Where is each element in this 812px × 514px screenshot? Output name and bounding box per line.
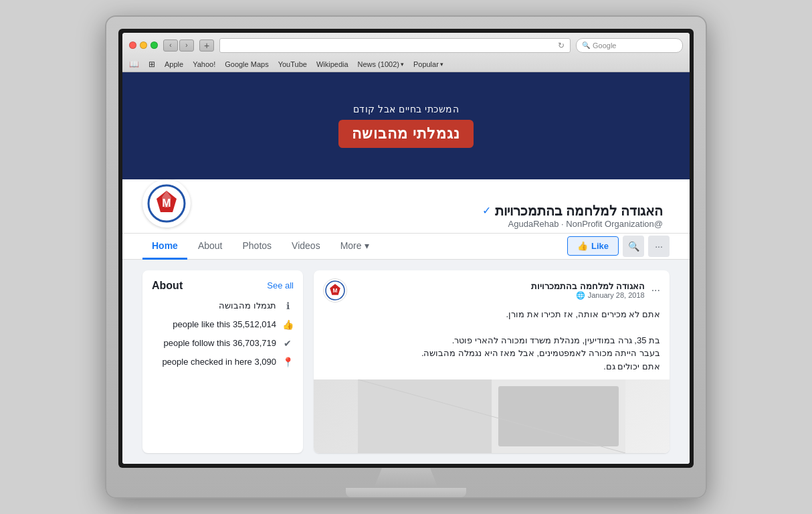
profile-handle: @AgudaRehab · NonProfit Organization <box>200 219 663 229</box>
profile-name-row: האגודה למלחמה בהתמכרויות ✓ <box>200 203 663 219</box>
thumbs-up-icon: 👍 <box>577 241 588 251</box>
browser-nav-buttons: ‹ › <box>163 39 194 52</box>
post-date: January 28, 2018 <box>588 291 645 299</box>
post-card: M האגודה למלחמה בהתמכרויות January 28, 2… <box>314 270 670 454</box>
post-line-3: בעבר הייתה מכורה לאמפטמינים, אבל מאז היא… <box>323 347 660 360</box>
about-card: About See all ℹ תגמלו מהבושה 👍 35,512,01… <box>142 270 303 454</box>
about-item-3: ✔ 36,703,719 people follow this <box>152 337 294 349</box>
profile-avatar: M <box>142 179 191 228</box>
about-text-2: 35,512,014 people like this <box>173 319 276 329</box>
bookmark-googlemaps[interactable]: Google Maps <box>225 60 268 68</box>
bookmark-youtube[interactable]: YouTube <box>278 60 307 68</box>
verified-badge: ✓ <box>482 204 491 217</box>
like-icon: 👍 <box>282 319 294 331</box>
back-button[interactable]: ‹ <box>163 39 178 52</box>
address-bar[interactable]: ↻ <box>219 38 571 53</box>
tab-about[interactable]: About <box>189 234 232 260</box>
post-image-preview <box>314 379 670 453</box>
globe-icon: 🌐 <box>576 291 585 300</box>
tab-home[interactable]: Home <box>142 234 187 260</box>
tab-videos[interactable]: Videos <box>282 234 330 260</box>
svg-text:M: M <box>162 197 171 209</box>
search-icon: 🔍 <box>582 41 590 49</box>
about-item-4: 📍 3,090 people checked in here <box>152 356 294 368</box>
about-text-3: 36,703,719 people follow this <box>164 338 276 348</box>
like-page-button[interactable]: 👍 Like <box>567 236 619 256</box>
search-placeholder: Google <box>593 41 616 50</box>
post-org-logo: M <box>325 280 345 301</box>
browser-window: ‹ › + ↻ 🔍 Google <box>122 33 690 464</box>
info-icon: ℹ <box>282 300 294 312</box>
reader-icon: 📖 <box>129 60 139 69</box>
about-title: About <box>152 280 183 292</box>
about-item-1: ℹ תגמלו מהבושה <box>152 300 294 312</box>
grid-icon: ⊞ <box>148 60 155 69</box>
fb-content: About See all ℹ תגמלו מהבושה 👍 35,512,01… <box>122 260 690 464</box>
forward-button[interactable]: › <box>179 39 194 52</box>
cover-photo: המשכתי בחיים אבל קודם נגמלתי מהבושה <box>122 72 690 179</box>
post-header: M האגודה למלחמה בהתמכרויות January 28, 2… <box>314 270 670 308</box>
search-bar[interactable]: 🔍 Google <box>576 38 683 53</box>
svg-text:M: M <box>333 287 338 293</box>
browser-titlebar: ‹ › + ↻ 🔍 Google <box>122 33 690 72</box>
post-author[interactable]: האגודה למלחמה בהתמכרויות <box>354 281 645 291</box>
about-item-2: 👍 35,512,014 people like this <box>152 319 294 331</box>
nav-actions: 👍 Like 🔍 ··· <box>567 236 670 257</box>
post-avatar: M <box>323 278 347 303</box>
cover-badge: נגמלתי מהבושה <box>338 120 474 148</box>
bookmark-wikipedia[interactable]: Wikipedia <box>316 60 348 68</box>
post-line-4: אתם יכולים גם. <box>323 360 660 373</box>
like-label: Like <box>591 241 609 251</box>
bookmark-apple[interactable]: Apple <box>165 60 183 68</box>
fb-nav: Home About Photos Videos More ▾ 👍 Like 🔍… <box>122 234 690 260</box>
profile-name: האגודה למלחמה בהתמכרויות <box>495 203 663 219</box>
stand-neck <box>366 468 446 488</box>
about-header: About See all <box>152 280 294 292</box>
bookmark-popular[interactable]: Popular ▾ <box>413 60 443 68</box>
minimize-button[interactable] <box>140 41 147 49</box>
tab-photos[interactable]: Photos <box>233 234 282 260</box>
new-tab-button[interactable]: + <box>199 39 214 52</box>
facebook-page: המשכתי בחיים אבל קודם נגמלתי מהבושה <box>122 72 690 464</box>
refresh-icon[interactable]: ↻ <box>558 41 565 50</box>
traffic-lights <box>129 41 158 49</box>
bookmark-news[interactable]: News (1002) ▾ <box>358 60 404 68</box>
profile-section: M האגודה למלחמה בהתמכרויות ✓ @AgudaRehab… <box>122 179 690 234</box>
tab-more[interactable]: More ▾ <box>331 234 379 260</box>
monitor-container: ‹ › + ↻ 🔍 Google <box>105 15 707 499</box>
org-logo: M <box>147 184 186 223</box>
post-line-2: בת 35, גרה במודיעין, מנהלת משרד ומכורה ל… <box>323 334 660 347</box>
post-image <box>314 379 670 453</box>
profile-avatar-wrap: M <box>142 179 191 228</box>
profile-info: האגודה למלחמה בהתמכרויות ✓ @AgudaRehab ·… <box>200 195 663 233</box>
post-text: אתם לא מכירים אותה, אז תכירו את מורן. בת… <box>314 308 670 380</box>
monitor-stand <box>118 468 694 497</box>
search-page-button[interactable]: 🔍 <box>623 236 644 257</box>
stand-base <box>346 488 466 497</box>
screen-bezel: ‹ › + ↻ 🔍 Google <box>118 29 694 468</box>
chevron-down-icon: ▾ <box>365 240 369 251</box>
post-line-1: אתם לא מכירים אותה, אז תכירו את מורן. <box>323 308 660 321</box>
bookmarks-bar: 📖 ⊞ Apple Yahoo! Google Maps YouTube Wik… <box>129 57 683 72</box>
location-icon: 📍 <box>282 356 294 368</box>
svg-rect-6 <box>498 386 619 446</box>
about-text-4: 3,090 people checked in here <box>162 357 276 367</box>
svg-rect-5 <box>358 379 492 453</box>
check-icon: ✔ <box>282 337 294 349</box>
close-button[interactable] <box>129 41 136 49</box>
post-meta: האגודה למלחמה בהתמכרויות January 28, 201… <box>354 281 645 300</box>
about-text-1: תגמלו מהבושה <box>219 301 276 311</box>
more-options-button[interactable]: ··· <box>648 236 670 257</box>
browser-controls-row: ‹ › + ↻ 🔍 Google <box>129 38 683 53</box>
maximize-button[interactable] <box>150 41 158 49</box>
bookmark-yahoo[interactable]: Yahoo! <box>193 60 215 68</box>
monitor-outer: ‹ › + ↻ 🔍 Google <box>105 15 707 499</box>
cover-text-top: המשכתי בחיים אבל קודם <box>353 104 459 114</box>
see-all-link[interactable]: See all <box>267 280 294 290</box>
post-date-row: January 28, 2018 🌐 <box>354 291 645 300</box>
post-options-button[interactable]: ··· <box>651 284 660 296</box>
